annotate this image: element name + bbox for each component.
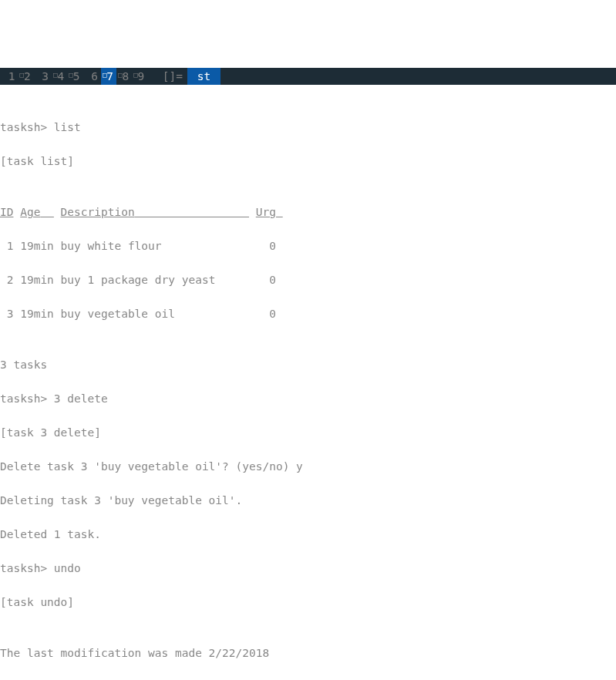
command-text: 3 delete (54, 392, 108, 405)
echo-line: [task 3 delete] (0, 424, 616, 441)
workspace-7[interactable]: □7 (101, 68, 116, 85)
echo-line: [task undo] (0, 594, 616, 611)
workspace-1[interactable]: 1 (0, 68, 18, 85)
workspace-2[interactable]: □2 (18, 68, 33, 85)
window-title: st (187, 68, 220, 85)
table-row: 1 19min buy white flour 0 (0, 237, 616, 254)
window-manager-bar: 1□2 3□4□5 6□7□8□9 []= st (0, 68, 616, 85)
workspace-8[interactable]: □8 (116, 68, 132, 85)
command-text: undo (54, 562, 81, 574)
prompt-line: tasksh> 3 delete (0, 390, 616, 407)
workspace-5[interactable]: □5 (67, 68, 82, 85)
prompt-line: tasksh> undo (0, 560, 616, 577)
output-line: Delete task 3 'buy vegetable oil'? (yes/… (0, 458, 616, 475)
summary-line: 3 tasks (0, 356, 616, 373)
workspace-3[interactable]: 3 (34, 68, 52, 85)
output-line: The last modification was made 2/22/2018 (0, 645, 616, 661)
table-header: ID Age Description Urg (0, 204, 616, 220)
workspace-6[interactable]: 6 (82, 68, 100, 85)
table-row: 3 19min buy vegetable oil 0 (0, 305, 616, 322)
echo-line: [task list] (0, 153, 616, 170)
output-line: Deleting task 3 'buy vegetable oil'. (0, 492, 616, 509)
workspace-4[interactable]: □4 (52, 68, 67, 85)
table-row: 2 19min buy 1 package dry yeast 0 (0, 271, 616, 288)
command-text: list (54, 121, 81, 133)
output-line: Deleted 1 task. (0, 526, 616, 543)
layout-indicator: []= (147, 68, 184, 85)
terminal[interactable]: tasksh> list [task list] ID Age Descript… (0, 102, 616, 680)
workspace-9[interactable]: □9 (132, 68, 147, 85)
prompt-line: tasksh> list (0, 119, 616, 136)
